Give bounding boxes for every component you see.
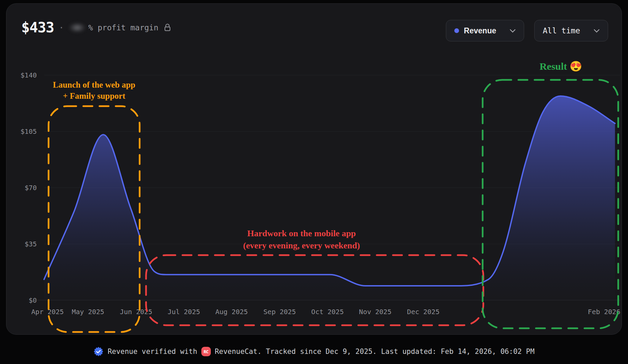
y-tick-label: $105: [14, 127, 37, 135]
footer: Revenue verified with RC RevenueCat. Tra…: [0, 344, 628, 359]
annotation-text-hardwork: Hardwork on the mobile app(every evening…: [243, 228, 360, 252]
revenue-total: $433: [21, 19, 54, 36]
header: $433 · % profit margin: [21, 19, 171, 36]
metric-dropdown[interactable]: Revenue: [446, 20, 524, 41]
chart-controls: Revenue All time: [446, 20, 608, 41]
revenuecat-logo-icon: RC: [201, 347, 211, 356]
annotation-text-launch: Launch of the web app+ Family support: [53, 79, 136, 101]
x-tick-label: Nov 2025: [359, 308, 391, 316]
footer-verified-text: Revenue verified with: [108, 347, 197, 356]
y-tick-label: $70: [14, 184, 37, 192]
chevron-down-icon: [594, 29, 600, 33]
x-tick-label: Aug 2025: [216, 308, 248, 316]
x-tick-label: Jun 2025: [120, 308, 152, 316]
x-tick-label: Feb 2026: [588, 308, 620, 316]
hidden-profit-margin-value: [69, 23, 86, 33]
footer-tracking-text: RevenueCat. Tracked since Dec 9, 2025. L…: [215, 347, 535, 356]
metric-dot-icon: [454, 28, 459, 33]
y-tick-label: $140: [14, 71, 37, 79]
revenue-chart-card: $433 · % profit margin Revenue All time …: [6, 3, 622, 335]
x-tick-label: Oct 2025: [311, 308, 344, 316]
x-tick-label: May 2025: [72, 308, 104, 316]
x-tick-label: Dec 2025: [407, 308, 439, 316]
x-tick-label: Sep 2025: [263, 308, 296, 316]
separator-dot: ·: [59, 23, 64, 33]
lock-icon[interactable]: [164, 24, 171, 31]
profit-margin-label: % profit margin: [88, 23, 159, 32]
x-tick-label: Apr 2025: [31, 308, 64, 316]
annotation-text-result: Result 😍: [540, 60, 582, 72]
verified-badge-icon: [93, 346, 104, 357]
y-tick-label: $0: [14, 296, 37, 304]
time-range-dropdown[interactable]: All time: [534, 20, 608, 41]
y-tick-label: $35: [14, 240, 37, 248]
chevron-down-icon: [510, 29, 516, 33]
x-tick-label: Jul 2025: [168, 308, 200, 316]
metric-dropdown-label: Revenue: [464, 26, 496, 35]
time-range-label: All time: [543, 26, 580, 35]
revenue-area-fill: [44, 96, 615, 300]
